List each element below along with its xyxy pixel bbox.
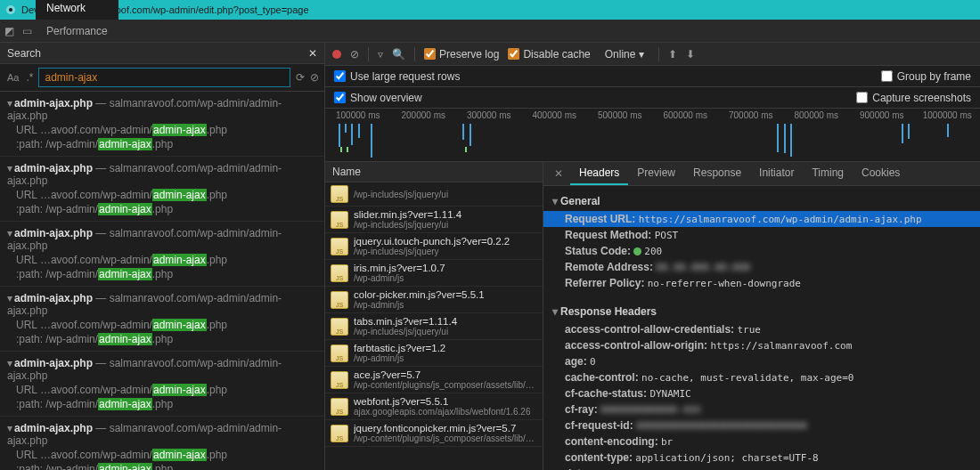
clear-icon[interactable]: ⊘ bbox=[350, 48, 359, 61]
chrome-icon bbox=[5, 4, 16, 15]
header-row: age: 0 bbox=[552, 353, 971, 369]
match-case-toggle[interactable]: Aa bbox=[5, 70, 20, 85]
network-request-row[interactable]: JSiris.min.js?ver=1.0.7/wp-admin/js bbox=[325, 260, 543, 287]
network-request-row[interactable]: JSjquery.ui.touch-punch.js?ver=0.2.2/wp-… bbox=[325, 233, 543, 260]
referrer-policy-row: Referrer Policy: no-referrer-when-downgr… bbox=[552, 275, 971, 291]
timeline-tick: 600000 ms bbox=[653, 110, 719, 120]
header-row: content-encoding: br bbox=[552, 434, 971, 450]
request-method-row: Request Method: POST bbox=[552, 227, 971, 243]
column-header-name[interactable]: Name bbox=[325, 162, 543, 182]
header-row: content-type: application/json; charset=… bbox=[552, 450, 971, 466]
disable-cache-checkbox[interactable]: Disable cache bbox=[508, 48, 590, 61]
search-input[interactable] bbox=[38, 68, 290, 87]
device-icon[interactable]: ▭ bbox=[18, 25, 36, 37]
js-file-icon: JS bbox=[331, 238, 348, 255]
js-file-icon: JS bbox=[331, 185, 348, 203]
network-request-row[interactable]: JScolor-picker.min.js?ver=5.5.1/wp-admin… bbox=[325, 287, 543, 313]
refresh-icon[interactable]: ⟳ bbox=[296, 71, 305, 84]
js-file-icon: JS bbox=[331, 318, 348, 336]
header-row: access-control-allow-credentials: true bbox=[552, 321, 971, 337]
search-icon[interactable]: 🔍 bbox=[392, 48, 405, 61]
timeline-tick: 100000 ms bbox=[325, 110, 391, 120]
search-results: ▾admin-ajax.php — salmanravoof.com/wp-ad… bbox=[0, 92, 324, 470]
request-details: ✕ HeadersPreviewResponseInitiatorTimingC… bbox=[543, 162, 980, 470]
screenshots-checkbox[interactable]: Capture screenshots bbox=[856, 92, 971, 104]
group-frame-checkbox[interactable]: Group by frame bbox=[881, 70, 971, 83]
timeline-tick: 300000 ms bbox=[456, 110, 522, 120]
window-titlebar: DevTools - salmanravoof.com/wp-admin/edi… bbox=[0, 0, 980, 20]
filter-icon[interactable]: ▿ bbox=[378, 48, 383, 61]
search-result[interactable]: ▾admin-ajax.php — salmanravoof.com/wp-ad… bbox=[0, 222, 324, 287]
network-request-row[interactable]: JSslider.min.js?ver=1.11.4/wp-includes/j… bbox=[325, 207, 543, 233]
header-row: access-control-allow-origin: https://sal… bbox=[552, 337, 971, 353]
search-result[interactable]: ▾admin-ajax.php — salmanravoof.com/wp-ad… bbox=[0, 92, 324, 157]
search-result[interactable]: ▾admin-ajax.php — salmanravoof.com/wp-ad… bbox=[0, 352, 324, 417]
preserve-log-checkbox[interactable]: Preserve log bbox=[424, 48, 499, 61]
section-response-headers[interactable]: ▾Response Headers bbox=[552, 305, 971, 318]
network-request-row[interactable]: JSace.js?ver=5.7/wp-content/plugins/js_c… bbox=[325, 367, 543, 393]
show-overview-checkbox[interactable]: Show overview bbox=[334, 92, 422, 104]
inspect-icon[interactable]: ◩ bbox=[0, 25, 18, 37]
js-file-icon: JS bbox=[331, 291, 348, 309]
status-code-row: Status Code: 200 bbox=[552, 243, 971, 259]
header-row: cf-request-id: 0000000000000000000000000… bbox=[552, 417, 971, 434]
header-row: date: Wed, 14 Oct 2020 13:53:20 GMT bbox=[552, 466, 971, 470]
search-label: Search bbox=[7, 47, 41, 60]
header-row: cf-ray: 0000000000000-XXX bbox=[552, 401, 971, 417]
timeline-overview[interactable]: 100000 ms200000 ms300000 ms400000 ms5000… bbox=[325, 109, 980, 162]
js-file-icon: JS bbox=[331, 398, 348, 416]
detail-tab-cookies[interactable]: Cookies bbox=[853, 162, 909, 185]
network-request-row[interactable]: JSjquery.fonticonpicker.min.js?ver=5.7/w… bbox=[325, 420, 543, 447]
timeline-tick: 200000 ms bbox=[391, 110, 457, 120]
tab-network[interactable]: Network bbox=[36, 0, 118, 20]
search-result[interactable]: ▾admin-ajax.php — salmanravoof.com/wp-ad… bbox=[0, 287, 324, 352]
js-file-icon: JS bbox=[331, 371, 348, 389]
network-options-2: Show overview Capture screenshots bbox=[325, 87, 980, 109]
network-request-list: Name JS/wp-includes/js/jquery/uiJSslider… bbox=[325, 162, 543, 470]
status-dot-icon bbox=[633, 247, 641, 255]
network-request-row[interactable]: JSfarbtastic.js?ver=1.2/wp-admin/js bbox=[325, 340, 543, 367]
close-details-icon[interactable]: ✕ bbox=[547, 167, 570, 180]
request-url-row: Request URL: https://salmanravoof.com/wp… bbox=[543, 211, 980, 227]
network-request-row[interactable]: JS/wp-includes/js/jquery/ui bbox=[325, 182, 543, 207]
detail-tab-preview[interactable]: Preview bbox=[628, 162, 684, 185]
timeline-tick: 500000 ms bbox=[587, 110, 653, 120]
network-toolbar: ⊘ ▿ 🔍 Preserve log Disable cache Online▾… bbox=[325, 43, 980, 66]
detail-tab-response[interactable]: Response bbox=[684, 162, 750, 185]
tab-performance[interactable]: Performance bbox=[36, 20, 118, 43]
large-rows-checkbox[interactable]: Use large request rows bbox=[334, 70, 460, 83]
detail-tab-headers[interactable]: Headers bbox=[570, 162, 628, 185]
regex-toggle[interactable]: .* bbox=[26, 71, 33, 84]
record-icon[interactable] bbox=[332, 50, 341, 59]
header-row: cache-control: no-cache, must-revalidate… bbox=[552, 369, 971, 385]
chevron-down-icon: ▾ bbox=[639, 48, 644, 61]
search-panel: Search ✕ Aa .* ⟳ ⊘ ▾admin-ajax.php — sal… bbox=[0, 43, 325, 470]
timeline-tick: 1000000 ms bbox=[915, 110, 981, 120]
clear-icon[interactable]: ⊘ bbox=[310, 71, 319, 84]
js-file-icon: JS bbox=[331, 344, 348, 362]
svg-point-1 bbox=[9, 8, 12, 12]
timeline-tick: 800000 ms bbox=[784, 110, 850, 120]
js-file-icon: JS bbox=[331, 425, 348, 442]
section-general[interactable]: ▾General bbox=[552, 195, 971, 207]
detail-tab-timing[interactable]: Timing bbox=[803, 162, 853, 185]
close-icon[interactable]: ✕ bbox=[308, 47, 317, 60]
timeline-tick: 700000 ms bbox=[718, 110, 784, 120]
search-result[interactable]: ▾admin-ajax.php — salmanravoof.com/wp-ad… bbox=[0, 157, 324, 222]
detail-tab-initiator[interactable]: Initiator bbox=[750, 162, 803, 185]
network-options: Use large request rows Group by frame bbox=[325, 66, 980, 87]
upload-icon[interactable]: ⬆ bbox=[668, 48, 677, 61]
header-row: cf-cache-status: DYNAMIC bbox=[552, 385, 971, 401]
throttling-select[interactable]: Online▾ bbox=[600, 48, 650, 61]
js-file-icon: JS bbox=[331, 211, 348, 229]
devtools-tabbar: ◩ ▭ ElementsConsoleSourcesNetworkPerform… bbox=[0, 20, 980, 43]
download-icon[interactable]: ⬇ bbox=[686, 48, 695, 61]
js-file-icon: JS bbox=[331, 264, 348, 282]
remote-address-row: Remote Address: 00.00.000.00:000 bbox=[552, 259, 971, 275]
search-result[interactable]: ▾admin-ajax.php — salmanravoof.com/wp-ad… bbox=[0, 417, 324, 470]
timeline-tick: 900000 ms bbox=[849, 110, 915, 120]
timeline-tick: 400000 ms bbox=[522, 110, 588, 120]
network-request-row[interactable]: JStabs.min.js?ver=1.11.4/wp-includes/js/… bbox=[325, 313, 543, 340]
network-request-row[interactable]: JSwebfont.js?ver=5.5.1ajax.googleapis.co… bbox=[325, 393, 543, 420]
